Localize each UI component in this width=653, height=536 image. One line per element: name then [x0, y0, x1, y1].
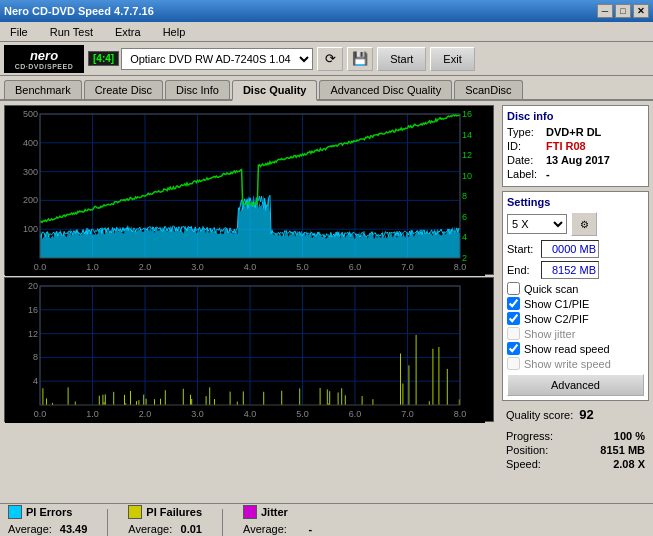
- menu-run-test[interactable]: Run Test: [44, 24, 99, 40]
- disc-date-row: Date: 13 Aug 2017: [507, 154, 644, 166]
- legend-pi-errors-title: PI Errors: [8, 505, 87, 519]
- jitter-color: [243, 505, 257, 519]
- minimize-button[interactable]: ─: [597, 4, 613, 18]
- speed-value: 2.08 X: [613, 458, 645, 470]
- settings-title: Settings: [507, 196, 644, 208]
- quick-scan-row: Quick scan: [507, 282, 644, 295]
- show-jitter-label: Show jitter: [524, 328, 575, 340]
- pi-failures-avg-label: Average:: [128, 523, 172, 535]
- start-button[interactable]: Start: [377, 47, 426, 71]
- show-jitter-checkbox[interactable]: [507, 327, 520, 340]
- menu-bar: File Run Test Extra Help: [0, 22, 653, 42]
- pi-failures-avg: Average: 0.01: [128, 523, 202, 535]
- exit-button[interactable]: Exit: [430, 47, 474, 71]
- legend-jitter-title: Jitter: [243, 505, 312, 519]
- show-c1pie-checkbox[interactable]: [507, 297, 520, 310]
- jitter-avg-label: Average:: [243, 523, 287, 535]
- jitter-avg: Average: -: [243, 523, 312, 535]
- disc-date-label: Date:: [507, 154, 542, 166]
- speed-row-progress: Speed: 2.08 X: [506, 458, 645, 470]
- quality-score-value: 92: [579, 407, 593, 422]
- show-read-speed-label: Show read speed: [524, 343, 610, 355]
- drive-dropdown[interactable]: Optiarc DVD RW AD-7240S 1.04: [121, 48, 313, 70]
- advanced-button[interactable]: Advanced: [507, 374, 644, 396]
- top-chart-canvas: [5, 106, 485, 276]
- tab-advanced-disc-quality[interactable]: Advanced Disc Quality: [319, 80, 452, 99]
- title-bar-title: Nero CD-DVD Speed 4.7.7.16: [4, 5, 154, 17]
- app-title: Nero CD-DVD Speed 4.7.7.16: [4, 5, 154, 17]
- drive-select-area: [4:4] Optiarc DVD RW AD-7240S 1.04: [88, 47, 313, 71]
- settings-icon-btn[interactable]: ⚙: [571, 212, 597, 236]
- show-write-speed-label: Show write speed: [524, 358, 611, 370]
- show-read-speed-checkbox[interactable]: [507, 342, 520, 355]
- disc-label-label: Label:: [507, 168, 542, 180]
- quick-scan-checkbox[interactable]: [507, 282, 520, 295]
- disc-id-label: ID:: [507, 140, 542, 152]
- menu-extra[interactable]: Extra: [109, 24, 147, 40]
- settings-panel: Settings 5 X ⚙ Start: End: Quick scan: [502, 191, 649, 401]
- title-controls: ─ □ ✕: [597, 4, 649, 18]
- disc-date-value: 13 Aug 2017: [546, 154, 610, 166]
- save-button[interactable]: 💾: [347, 47, 373, 71]
- disc-label-value: -: [546, 168, 550, 180]
- tab-scan-disc[interactable]: ScanDisc: [454, 80, 522, 99]
- maximize-button[interactable]: □: [615, 4, 631, 18]
- start-field-label: Start:: [507, 243, 537, 255]
- legend-pi-failures-title: PI Failures: [128, 505, 202, 519]
- legend-pi-failures: PI Failures Average: 0.01 Maximum: 13 To…: [128, 505, 202, 537]
- disc-type-value: DVD+R DL: [546, 126, 601, 138]
- right-panel: Disc info Type: DVD+R DL ID: FTI R08 Dat…: [498, 101, 653, 503]
- end-field-row: End:: [507, 261, 644, 279]
- jitter-avg-value: -: [308, 523, 312, 535]
- start-field[interactable]: [541, 240, 599, 258]
- toolbar: nero CD·DVD/SPEED [4:4] Optiarc DVD RW A…: [0, 42, 653, 76]
- legend-pi-errors: PI Errors Average: 43.49 Maximum: 204 To…: [8, 505, 87, 537]
- position-label: Position:: [506, 444, 548, 456]
- show-c2pif-label: Show C2/PIF: [524, 313, 589, 325]
- speed-select[interactable]: 5 X: [507, 214, 567, 234]
- show-c2pif-row: Show C2/PIF: [507, 312, 644, 325]
- quick-scan-label: Quick scan: [524, 283, 578, 295]
- progress-row: Progress: 100 %: [506, 430, 645, 442]
- end-field[interactable]: [541, 261, 599, 279]
- disc-id-row: ID: FTI R08: [507, 140, 644, 152]
- pi-failures-label: PI Failures: [146, 506, 202, 518]
- title-bar: Nero CD-DVD Speed 4.7.7.16 ─ □ ✕: [0, 0, 653, 22]
- menu-file[interactable]: File: [4, 24, 34, 40]
- close-button[interactable]: ✕: [633, 4, 649, 18]
- show-c1pie-row: Show C1/PIE: [507, 297, 644, 310]
- show-c2pif-checkbox[interactable]: [507, 312, 520, 325]
- legend-jitter: Jitter Average: - Maximum: - PO failures…: [243, 505, 312, 537]
- disc-type-label: Type:: [507, 126, 542, 138]
- tab-disc-info[interactable]: Disc Info: [165, 80, 230, 99]
- show-write-speed-checkbox[interactable]: [507, 357, 520, 370]
- pi-errors-avg-value: 43.49: [60, 523, 88, 535]
- drive-badge: [4:4]: [88, 51, 119, 66]
- show-write-speed-row: Show write speed: [507, 357, 644, 370]
- show-jitter-row: Show jitter: [507, 327, 644, 340]
- progress-label: Progress:: [506, 430, 553, 442]
- refresh-button[interactable]: ⟳: [317, 47, 343, 71]
- menu-help[interactable]: Help: [157, 24, 192, 40]
- tab-bar: Benchmark Create Disc Disc Info Disc Qua…: [0, 76, 653, 101]
- speed-label: Speed:: [506, 458, 541, 470]
- quality-score-label: Quality score:: [506, 409, 573, 421]
- speed-row: 5 X ⚙: [507, 212, 644, 236]
- tab-create-disc[interactable]: Create Disc: [84, 80, 163, 99]
- show-read-speed-row: Show read speed: [507, 342, 644, 355]
- legend-divider-2: [222, 509, 223, 537]
- legend-divider-1: [107, 509, 108, 537]
- chart-top: [4, 105, 494, 275]
- main-content: Disc info Type: DVD+R DL ID: FTI R08 Dat…: [0, 101, 653, 503]
- tab-benchmark[interactable]: Benchmark: [4, 80, 82, 99]
- pi-errors-label: PI Errors: [26, 506, 72, 518]
- disc-label-row: Label: -: [507, 168, 644, 180]
- show-c1pie-label: Show C1/PIE: [524, 298, 589, 310]
- jitter-label: Jitter: [261, 506, 288, 518]
- progress-value: 100 %: [614, 430, 645, 442]
- pi-errors-color: [8, 505, 22, 519]
- tab-disc-quality[interactable]: Disc Quality: [232, 80, 318, 101]
- nero-logo-sub: CD·DVD/SPEED: [15, 63, 74, 70]
- disc-info-panel: Disc info Type: DVD+R DL ID: FTI R08 Dat…: [502, 105, 649, 187]
- nero-logo-text: nero: [30, 48, 58, 63]
